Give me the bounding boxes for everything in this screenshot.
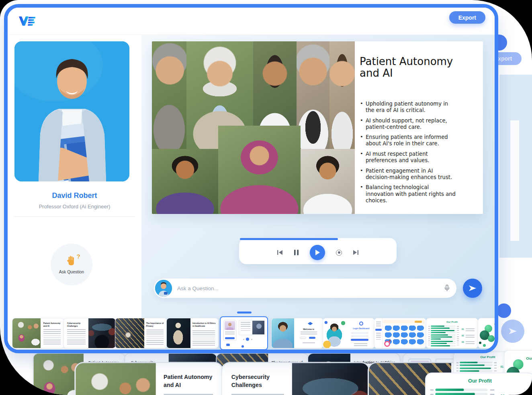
bullet-item: Patient engagement in AI decision-making… [360, 168, 457, 181]
mini-icon [226, 344, 230, 346]
thumbnail-title: Cybersecurity Challenges [231, 373, 287, 388]
thumbnail-our-spheres[interactable]: Our [478, 318, 498, 348]
thumb-text-lines [43, 329, 61, 345]
microphone-button[interactable] [443, 284, 451, 293]
thumb-photo [323, 318, 348, 348]
mini-pagination-dot [243, 339, 244, 340]
thumbnail-cybersecurity: Cybersecurity Challenges [221, 362, 370, 395]
thumbnail-our-profit[interactable]: Our Profit 01 02 03 [426, 318, 478, 348]
question-mark-icon: ? [77, 253, 80, 260]
mini-sidebar-lines [376, 333, 381, 340]
thumbnail-title: Our [494, 322, 498, 326]
echo-send-button-small [497, 303, 511, 318]
portrait-woman-brown-hair [329, 41, 355, 149]
spiral-logo-icon [359, 322, 363, 326]
thumbnail-title: Introduction to AI Ethics in Healthcare [192, 322, 216, 327]
mini-input [351, 332, 368, 334]
record-button[interactable] [336, 250, 342, 256]
profit-item-number: 01 [462, 328, 464, 330]
profit-item-lines [466, 328, 475, 331]
previous-track-button[interactable] [277, 250, 283, 255]
mini-slide-photo [252, 321, 264, 334]
thumbnail-title: Our [526, 356, 532, 361]
thumbnail-cybersecurity[interactable]: Cybersecurity Challenges [63, 318, 116, 348]
current-slide: Patient Autonomy and AI Upholding patien… [152, 41, 483, 214]
thumb-text-lines [192, 330, 215, 346]
thumbnail-our-profit: Our Profit 01 02 03 [425, 373, 532, 395]
profit-item-number: 02 [462, 334, 464, 337]
mini-outline-button [300, 337, 306, 339]
thumbnail-login[interactable]: Login Dashboard [323, 318, 375, 348]
mini-lines [225, 332, 235, 335]
portrait-man-glasses [152, 41, 186, 149]
export-button[interactable]: Export [449, 11, 485, 24]
mini-button [225, 337, 235, 339]
thumbnail-app-preview[interactable] [220, 316, 268, 350]
green-sphere [483, 344, 486, 347]
bullet-item: Ensuring patients are informed about AI'… [360, 134, 457, 147]
pause-icon [294, 249, 299, 256]
microphone-icon [443, 284, 451, 292]
ask-question-label: Ask Question [59, 269, 84, 274]
mini-primary-button [309, 337, 315, 339]
thumbnail-title: Our Profit [426, 321, 478, 323]
next-track-button[interactable] [353, 250, 359, 255]
thumb-text-lines [146, 330, 164, 345]
chat-bar [154, 279, 456, 298]
graduation-cap-icon [308, 322, 313, 326]
green-sphere [479, 342, 481, 344]
previous-icon [277, 250, 283, 255]
profit-item-lines [466, 335, 475, 338]
thumb-text-lines [67, 329, 86, 345]
portrait-woman-hijab [218, 126, 301, 214]
thumb-photo [76, 363, 156, 395]
question-input[interactable] [177, 279, 426, 298]
thumbnail-file-manager[interactable] [374, 318, 426, 348]
mini-yellow-button [415, 321, 422, 323]
mini-presenter-photo [225, 321, 235, 330]
play-button[interactable] [310, 245, 325, 260]
thumbnail-title: Login Dashboard [350, 327, 372, 330]
mini-donut-dot [389, 340, 391, 342]
play-icon [315, 249, 320, 256]
thumb-photo [272, 318, 294, 348]
thumbnail-title: Our Profit [426, 379, 532, 384]
bullet-item: Upholding patient autonomy in the era of… [360, 101, 457, 114]
ask-question-button[interactable]: ? Ask Question [51, 244, 92, 285]
echo-slide-panel [510, 120, 519, 241]
thumbnail-title: Patient Autonomy and AI [43, 322, 62, 327]
thumbnail-ai-ethics[interactable]: Introduction to AI Ethics in Healthcare [166, 318, 219, 348]
portrait-woman-doctor [301, 149, 355, 214]
next-icon [353, 250, 359, 255]
slide-title: Patient Autonomy and AI [360, 56, 460, 79]
presenter-title: Professor Oxford (Ai Engineer) [8, 204, 141, 210]
thumbnail-patient-autonomy: Patient Autonomy and AI [74, 362, 223, 395]
player-controls [239, 242, 397, 263]
user-avatar [155, 280, 172, 297]
slide-bullet-list: Upholding patient autonomy in the era of… [360, 101, 457, 208]
mini-input [351, 335, 368, 337]
thumbnail-title: Welcome to [296, 328, 321, 331]
send-button[interactable] [463, 279, 482, 298]
profit-item-number: 01 [500, 365, 503, 368]
app-window: Export [4, 4, 498, 353]
bullet-item: AI should support, not replace, patient-… [360, 118, 457, 130]
profit-bars [431, 326, 456, 348]
thumbnail-welcome[interactable]: Welcome to [271, 318, 323, 348]
slide-photo-collage [152, 41, 355, 214]
pause-button[interactable] [294, 249, 299, 256]
bar-tick-labels [430, 389, 434, 395]
progress-bar[interactable] [240, 238, 396, 240]
bullet-item: AI must respect patient preferences and … [360, 151, 457, 164]
bar-value-labels [457, 326, 459, 347]
marketing-canvas: Export Patient Autonomy and AI Cybersecu… [0, 0, 532, 395]
ve-logo-icon [18, 14, 37, 29]
send-icon [507, 326, 518, 336]
sidebar: David Robert Professor Oxford (Ai Engine… [8, 35, 141, 350]
thumbnail-privacy[interactable]: The Importance of Privacy [115, 318, 167, 348]
thumbnail-patient-autonomy[interactable]: Patient Autonomy and AI [12, 318, 64, 348]
filmstrip-scroll-indicator [237, 312, 252, 314]
mini-login-button [351, 339, 368, 341]
bar-value-labels [490, 389, 495, 395]
profit-item-lines [466, 341, 475, 344]
